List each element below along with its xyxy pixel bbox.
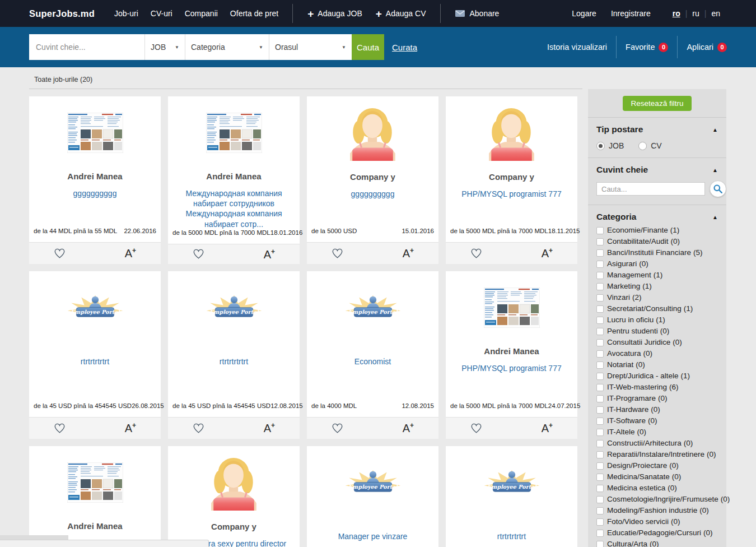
chevron-down-icon: ▼ bbox=[175, 45, 179, 50]
category-filter-item[interactable]: Medicina/Sanatate (0) bbox=[596, 473, 718, 481]
apply-button[interactable]: A+ bbox=[403, 421, 414, 435]
favorite-button[interactable] bbox=[470, 248, 482, 259]
apply-button[interactable]: A+ bbox=[403, 247, 414, 260]
category-filter-item[interactable]: Secretariat/Consulting (1) bbox=[596, 305, 718, 313]
login-link[interactable]: Logare bbox=[572, 9, 596, 18]
keyword-section-header[interactable]: Cuvint cheie ▲ bbox=[596, 165, 718, 175]
cards-grid: Andrei Manea gggggggggg de la 44 MDL pîn… bbox=[29, 96, 580, 547]
category-filter-item[interactable]: Notariat (0) bbox=[596, 361, 718, 369]
category-filter-item[interactable]: IT-Hardware (0) bbox=[596, 406, 718, 414]
apply-button[interactable]: A+ bbox=[264, 421, 275, 435]
category-count: (1) bbox=[656, 316, 665, 324]
nav-item-companii[interactable]: Companii bbox=[179, 9, 224, 18]
search-button[interactable]: Cauta bbox=[352, 34, 384, 60]
category-filter-item[interactable]: Medicina estetica (0) bbox=[596, 484, 718, 492]
category-filter-item[interactable]: IT-Software (0) bbox=[596, 417, 718, 425]
category-filter-item[interactable]: Modeling/Fashion industrie (0) bbox=[596, 507, 718, 514]
applications-link[interactable]: Aplicari 0 bbox=[687, 43, 727, 52]
apply-button[interactable]: A+ bbox=[264, 248, 275, 261]
apply-button[interactable]: A+ bbox=[125, 247, 136, 260]
apply-button[interactable]: A+ bbox=[125, 421, 136, 435]
heart-icon bbox=[54, 248, 66, 259]
city-select[interactable]: Orasul ▼ bbox=[269, 34, 352, 60]
job-title-link[interactable]: PHP/MYSQL programist 777 bbox=[456, 363, 567, 373]
clear-link[interactable]: Curata bbox=[392, 43, 417, 52]
category-filter-item[interactable]: Reparatii/Instalare/Intretinere (0) bbox=[596, 451, 718, 458]
add-cv-button[interactable]: + Adauga CV bbox=[369, 8, 433, 19]
category-filter-item[interactable]: Lucru in oficiu (1) bbox=[596, 316, 718, 324]
salary-text: de la 45 USD pînă la 454545 USD bbox=[34, 402, 132, 409]
job-title-link[interactable]: gggggggggg bbox=[346, 189, 400, 199]
apply-button[interactable]: A+ bbox=[542, 421, 553, 435]
add-job-button[interactable]: + Adauga JOB bbox=[301, 8, 369, 19]
favorite-button[interactable] bbox=[470, 423, 482, 434]
category-count: (1) bbox=[684, 305, 693, 313]
job-title-link[interactable]: PHP/MYSQL programist 777 bbox=[456, 189, 567, 199]
history-link[interactable]: Istoria vizualizari bbox=[547, 43, 607, 52]
checkbox-icon bbox=[596, 541, 604, 547]
category-filter-item[interactable]: IT-Altele (0) bbox=[596, 428, 718, 436]
checkbox-icon bbox=[596, 507, 604, 514]
category-filter-item[interactable]: Vinzari (2) bbox=[596, 294, 718, 302]
subscribe-button[interactable]: Abonare bbox=[449, 9, 506, 18]
checkbox-icon bbox=[596, 317, 604, 324]
category-filter-item[interactable]: Design/Proiectare (0) bbox=[596, 462, 718, 470]
category-filter-item[interactable]: Banci/Institutii Financiare (5) bbox=[596, 249, 718, 257]
favorite-button[interactable] bbox=[54, 248, 66, 259]
register-link[interactable]: Inregistrare bbox=[611, 9, 651, 18]
job-title-link[interactable]: Manager pe vinzare bbox=[333, 531, 413, 541]
category-filter-item[interactable]: Management (1) bbox=[596, 271, 718, 279]
favorite-button[interactable] bbox=[193, 249, 204, 259]
nav-item-joburi[interactable]: Job-uri bbox=[108, 9, 144, 18]
category-section-header[interactable]: Categoria ▲ bbox=[596, 212, 718, 222]
category-filter-item[interactable]: Constructii/Arhitectura (0) bbox=[596, 439, 718, 447]
category-filter-item[interactable]: Asigurari (0) bbox=[596, 260, 718, 268]
date-text: 22.06.2016 bbox=[124, 228, 156, 234]
category-filter-item[interactable]: Economie/Finante (1) bbox=[596, 226, 718, 234]
job-title-link[interactable]: Economist bbox=[349, 356, 396, 367]
category-filter-item[interactable]: Consultatii Juridice (0) bbox=[596, 339, 718, 346]
job-card-image bbox=[484, 106, 539, 161]
nav-item-oferta[interactable]: Oferta de pret bbox=[224, 9, 284, 18]
category-select[interactable]: Categoria ▼ bbox=[185, 34, 269, 60]
apply-button[interactable]: A+ bbox=[542, 247, 553, 260]
category-count: (0) bbox=[639, 260, 648, 268]
job-title-link[interactable]: gggggggggg bbox=[68, 188, 123, 198]
category-filter-item[interactable]: Foto/Video servicii (0) bbox=[596, 518, 718, 526]
post-type-section-header[interactable]: Tip postare ▲ bbox=[596, 124, 718, 135]
category-filter-item[interactable]: Cosmetologie/Ingrijire/Frumusete (0) bbox=[596, 495, 718, 503]
job-title-link[interactable]: rtrtrtrtrtrt bbox=[214, 356, 254, 367]
favorites-link[interactable]: Favorite 0 bbox=[626, 43, 668, 52]
category-filter-item[interactable]: Educatie/Pedagogie/Cursuri (0) bbox=[596, 529, 718, 537]
lang-ro[interactable]: ro bbox=[673, 9, 680, 18]
favorite-button[interactable] bbox=[193, 423, 204, 434]
heart-icon bbox=[193, 423, 204, 434]
nav-item-cvuri[interactable]: CV-uri bbox=[144, 9, 179, 18]
category-filter-item[interactable]: IT-Programare (0) bbox=[596, 395, 718, 402]
favorite-button[interactable] bbox=[332, 248, 343, 259]
favorite-button[interactable] bbox=[54, 423, 66, 434]
category-count: (0) bbox=[673, 339, 682, 346]
lang-en[interactable]: en bbox=[711, 9, 720, 18]
category-filter-item[interactable]: Avocatura (0) bbox=[596, 350, 718, 358]
category-filter-item[interactable]: Marketing (1) bbox=[596, 282, 718, 290]
sidebar-search-button[interactable] bbox=[710, 180, 726, 197]
radio-job[interactable]: JOB bbox=[596, 141, 624, 150]
sidebar-keyword-input[interactable] bbox=[596, 182, 705, 196]
category-filter-item[interactable]: Pentru studenti (0) bbox=[596, 327, 718, 335]
category-filter-item[interactable]: Cultura/Arta (0) bbox=[596, 540, 718, 547]
job-title-link[interactable]: rtrtrtrtrtrt bbox=[75, 356, 115, 367]
site-logo[interactable]: SuperJobs.md bbox=[29, 8, 95, 19]
keyword-input[interactable] bbox=[29, 34, 144, 60]
category-filter-item[interactable]: Contabilitate/Audit (0) bbox=[596, 238, 718, 245]
job-title-link[interactable]: Международная компания набирает сотрудни… bbox=[168, 188, 300, 229]
favorite-button[interactable] bbox=[332, 423, 343, 434]
job-card: Andrei Manea gggggggggg de la 44 MDL pîn… bbox=[29, 96, 161, 264]
category-filter-item[interactable]: IT-Web-mastering (6) bbox=[596, 383, 718, 391]
lang-ru[interactable]: ru bbox=[692, 9, 699, 18]
post-type-select[interactable]: JOB ▼ bbox=[144, 34, 185, 60]
job-title-link[interactable]: rtrtrtrtrtrt bbox=[492, 531, 531, 541]
category-filter-item[interactable]: Drept/Juridica - altele (1) bbox=[596, 372, 718, 380]
reset-filter-button[interactable]: Resetează filtru bbox=[623, 96, 692, 111]
radio-cv[interactable]: CV bbox=[638, 141, 661, 150]
